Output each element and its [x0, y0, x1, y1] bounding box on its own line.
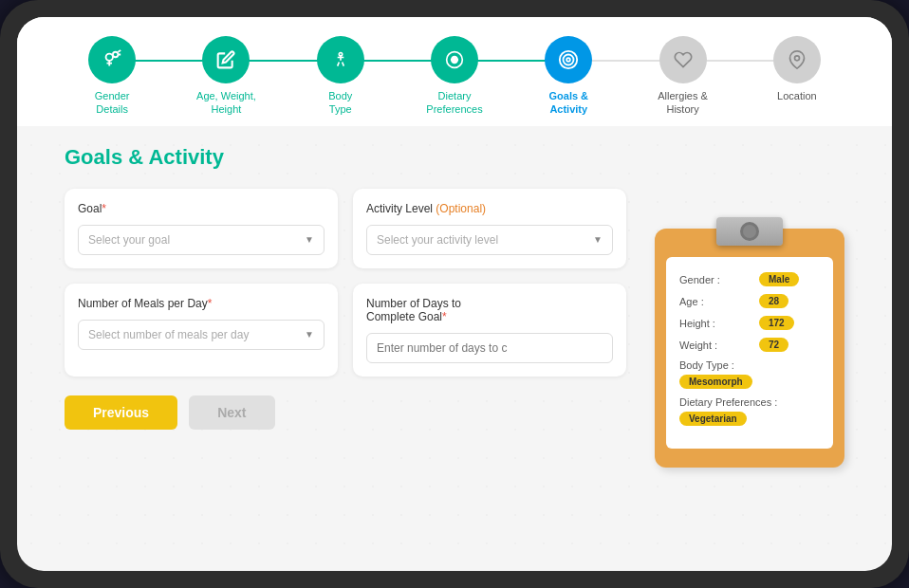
clipboard-row-bodytype: Body Type : Mesomorph	[679, 359, 820, 389]
age-value: 28	[759, 294, 788, 308]
clipboard-section: Gender : Male Age : 28 Height : 172 We	[645, 145, 854, 552]
step-gender[interactable]: GenderDetails	[55, 36, 169, 117]
activity-placeholder: Select your activity level	[377, 233, 498, 247]
screen: GenderDetails Age, Weight,Height	[17, 17, 892, 571]
bodytype-key: Body Type :	[679, 359, 755, 371]
step-location-label: Location	[777, 89, 817, 102]
clipboard: Gender : Male Age : 28 Height : 172 We	[655, 229, 844, 468]
step-allergies-label: Allergies &History	[658, 89, 708, 117]
clipboard-row-age: Age : 28	[679, 294, 820, 308]
age-key: Age :	[679, 296, 755, 307]
form-section: Goals & Activity Goal* Select your goal …	[65, 145, 626, 552]
step-location[interactable]: Location	[740, 36, 854, 102]
step-gender-label: GenderDetails	[95, 89, 130, 117]
main-content: Goals & Activity Goal* Select your goal …	[17, 126, 892, 571]
previous-button[interactable]: Previous	[65, 395, 177, 430]
svg-point-3	[113, 52, 119, 58]
step-age-label: Age, Weight,Height	[196, 89, 256, 117]
svg-point-10	[794, 56, 799, 61]
goal-placeholder: Select your goal	[88, 233, 170, 247]
goals-icon	[545, 36, 592, 83]
step-goals-label: Goals &Activity	[548, 89, 588, 117]
svg-point-0	[106, 54, 113, 61]
clipboard-row-weight: Weight : 72	[679, 338, 820, 352]
weight-key: Weight :	[679, 340, 755, 351]
activity-chevron-icon: ▼	[593, 234, 603, 245]
step-goals[interactable]: Goals &Activity	[511, 36, 625, 117]
next-button[interactable]: Next	[189, 395, 274, 430]
button-row: Previous Next	[65, 395, 626, 430]
clipboard-paper: Gender : Male Age : 28 Height : 172 We	[666, 257, 833, 449]
form-title: Goals & Activity	[65, 145, 626, 170]
clipboard-clip	[716, 217, 783, 246]
days-input[interactable]	[366, 333, 613, 363]
allergies-icon	[659, 36, 707, 83]
step-age[interactable]: Age, Weight,Height	[169, 36, 283, 117]
activity-select[interactable]: Select your activity level ▼	[366, 225, 613, 255]
gender-value: Male	[759, 272, 799, 286]
days-field: Number of Days toComplete Goal*	[353, 284, 626, 377]
dietary-value: Vegetarian	[679, 412, 747, 426]
clip-hole	[740, 222, 759, 241]
days-label: Number of Days toComplete Goal*	[366, 297, 613, 323]
height-value: 172	[759, 316, 794, 330]
activity-field: Activity Level (Optional) Select your ac…	[353, 189, 626, 268]
meals-label: Number of Meals per Day*	[78, 297, 325, 310]
goal-required: *	[102, 202, 106, 215]
svg-line-4	[119, 50, 121, 52]
gender-key: Gender :	[679, 274, 755, 285]
stepper: GenderDetails Age, Weight,Height	[17, 17, 892, 126]
weight-value: 72	[759, 338, 788, 352]
bodytype-value: Mesomorph	[679, 375, 752, 389]
svg-point-6	[339, 53, 342, 56]
activity-optional: (Optional)	[436, 202, 486, 215]
goal-field: Goal* Select your goal ▼	[65, 189, 338, 268]
meals-select[interactable]: Select number of meals per day ▼	[78, 320, 325, 350]
meals-field: Number of Meals per Day* Select number o…	[65, 284, 338, 377]
dietary-icon	[431, 36, 478, 83]
goal-label: Goal*	[78, 202, 325, 215]
clipboard-row-dietary: Dietary Preferences : Vegetarian	[679, 396, 820, 426]
step-dietary-label: DietaryPreferences	[426, 89, 482, 117]
meals-chevron-icon: ▼	[305, 329, 314, 340]
goal-select[interactable]: Select your goal ▼	[78, 225, 325, 255]
goal-chevron-icon: ▼	[305, 234, 314, 245]
height-key: Height :	[679, 318, 755, 329]
device: GenderDetails Age, Weight,Height	[0, 0, 909, 588]
clipboard-row-height: Height : 172	[679, 316, 820, 330]
dietary-key: Dietary Preferences :	[679, 396, 777, 408]
days-required: *	[442, 310, 447, 323]
step-body[interactable]: BodyType	[284, 36, 398, 117]
meals-placeholder: Select number of meals per day	[88, 328, 249, 341]
meals-required: *	[208, 297, 213, 310]
location-icon	[773, 36, 821, 83]
step-allergies[interactable]: Allergies &History	[625, 36, 739, 117]
activity-label: Activity Level (Optional)	[366, 202, 613, 215]
step-body-label: BodyType	[328, 89, 352, 117]
svg-point-8	[564, 55, 574, 65]
step-dietary[interactable]: DietaryPreferences	[398, 36, 511, 117]
gender-icon	[88, 36, 136, 83]
body-icon	[317, 36, 364, 83]
svg-point-9	[566, 58, 570, 62]
age-icon	[202, 36, 250, 83]
clipboard-row-gender: Gender : Male	[679, 272, 820, 286]
form-grid: Goal* Select your goal ▼ Activity Level …	[65, 189, 626, 377]
